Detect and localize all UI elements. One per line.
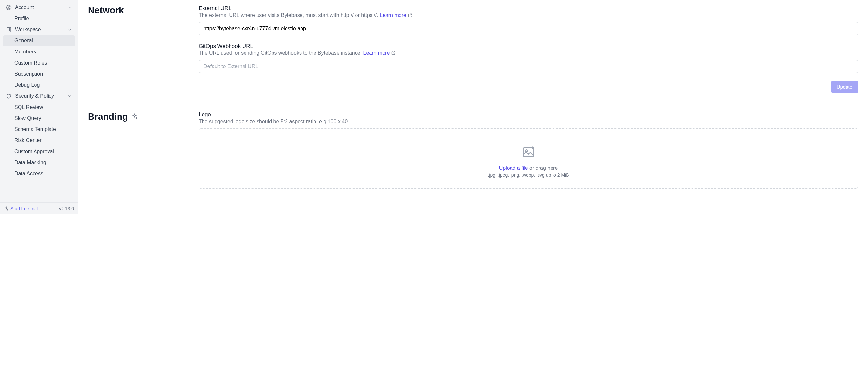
upload-instructions: Upload a file or drag here bbox=[206, 165, 851, 171]
section-body: Logo The suggested logo size should be 5… bbox=[198, 111, 858, 197]
upload-file-link[interactable]: Upload a file bbox=[499, 165, 528, 171]
svg-point-1 bbox=[8, 6, 10, 7]
sparkle-icon bbox=[4, 206, 8, 211]
gitops-label: GitOps Webhook URL bbox=[198, 43, 858, 50]
start-free-trial-link[interactable]: Start free trial bbox=[4, 206, 38, 211]
sidebar-group-workspace[interactable]: Workspace bbox=[3, 24, 75, 35]
logo-label: Logo bbox=[198, 111, 858, 118]
chevron-down-icon bbox=[67, 5, 72, 10]
sidebar-item-label: Debug Log bbox=[14, 82, 40, 88]
svg-rect-9 bbox=[523, 148, 534, 157]
sidebar-scroll[interactable]: Account Profile Workspace General Member… bbox=[0, 0, 78, 202]
button-row: Update bbox=[198, 81, 858, 93]
gitops-desc: The URL used for sending GitOps webhooks… bbox=[198, 50, 858, 56]
external-url-input[interactable] bbox=[198, 22, 858, 35]
sidebar-item-label: General bbox=[14, 38, 33, 44]
section-branding: Branding Logo The suggested logo size sh… bbox=[88, 111, 858, 208]
sidebar-group-account[interactable]: Account bbox=[3, 2, 75, 13]
sidebar-item-slow-query[interactable]: Slow Query bbox=[3, 113, 75, 124]
sidebar-item-label: Risk Center bbox=[14, 138, 42, 143]
sidebar-item-custom-approval[interactable]: Custom Approval bbox=[3, 146, 75, 157]
image-add-icon bbox=[521, 145, 535, 159]
sidebar-item-label: Data Access bbox=[14, 171, 43, 177]
sidebar-item-subscription[interactable]: Subscription bbox=[3, 68, 75, 80]
sidebar-item-label: Schema Template bbox=[14, 127, 56, 132]
sidebar-group-label: Security & Policy bbox=[15, 93, 54, 99]
sidebar-item-members[interactable]: Members bbox=[3, 46, 75, 57]
sidebar: Account Profile Workspace General Member… bbox=[0, 0, 78, 215]
external-url-label: External URL bbox=[198, 5, 858, 12]
sidebar-footer: Start free trial v2.13.0 bbox=[0, 202, 78, 215]
field-external-url: External URL The external URL where user… bbox=[198, 5, 858, 35]
sidebar-item-custom-roles[interactable]: Custom Roles bbox=[3, 57, 75, 68]
sidebar-group-label: Account bbox=[15, 5, 34, 10]
logo-desc: The suggested logo size should be 5:2 as… bbox=[198, 119, 858, 124]
field-logo: Logo The suggested logo size should be 5… bbox=[198, 111, 858, 189]
chevron-down-icon bbox=[67, 27, 72, 32]
sidebar-item-profile[interactable]: Profile bbox=[3, 13, 75, 24]
desc-text: The URL used for sending GitOps webhooks… bbox=[198, 50, 362, 56]
learn-more-text: Learn more bbox=[380, 12, 406, 18]
sidebar-item-label: Data Masking bbox=[14, 160, 46, 166]
sidebar-item-general[interactable]: General bbox=[3, 35, 75, 46]
upload-formats: .jpg, .jpeg, .png, .webp, .svg up to 2 M… bbox=[206, 172, 851, 178]
gitops-url-input[interactable] bbox=[198, 60, 858, 73]
learn-more-link[interactable]: Learn more bbox=[363, 50, 396, 56]
building-icon bbox=[6, 27, 12, 33]
branding-title-text: Branding bbox=[88, 111, 128, 122]
main-content: Network External URL The external URL wh… bbox=[78, 0, 868, 365]
sidebar-item-schema-template[interactable]: Schema Template bbox=[3, 124, 75, 135]
sidebar-item-label: Custom Approval bbox=[14, 149, 54, 155]
upload-rest-text: or drag here bbox=[528, 165, 558, 171]
desc-text: The external URL where user visits Byteb… bbox=[198, 12, 378, 18]
network-heading: Network bbox=[88, 5, 186, 16]
learn-more-text: Learn more bbox=[363, 50, 390, 56]
section-network: Network External URL The external URL wh… bbox=[88, 5, 858, 105]
field-gitops-url: GitOps Webhook URL The URL used for send… bbox=[198, 43, 858, 73]
logo-upload-zone[interactable]: Upload a file or drag here .jpg, .jpeg, … bbox=[198, 129, 858, 189]
sidebar-item-label: Subscription bbox=[14, 71, 43, 77]
sidebar-item-risk-center[interactable]: Risk Center bbox=[3, 135, 75, 146]
section-title: Network bbox=[88, 5, 186, 93]
sidebar-item-data-access[interactable]: Data Access bbox=[3, 168, 75, 179]
shield-icon bbox=[6, 93, 12, 99]
external-url-desc: The external URL where user visits Byteb… bbox=[198, 12, 858, 18]
sidebar-item-data-masking[interactable]: Data Masking bbox=[3, 157, 75, 168]
svg-rect-2 bbox=[7, 27, 11, 32]
sidebar-group-label: Workspace bbox=[15, 27, 41, 33]
sidebar-item-sql-review[interactable]: SQL Review bbox=[3, 102, 75, 113]
user-circle-icon bbox=[6, 5, 12, 10]
update-button[interactable]: Update bbox=[831, 81, 858, 93]
chevron-down-icon bbox=[67, 94, 72, 99]
sidebar-item-label: Members bbox=[14, 49, 36, 55]
sidebar-item-label: Profile bbox=[14, 16, 29, 22]
sidebar-item-label: SQL Review bbox=[14, 104, 43, 110]
sidebar-group-security-policy[interactable]: Security & Policy bbox=[3, 91, 75, 102]
sidebar-item-label: Slow Query bbox=[14, 115, 41, 121]
branding-heading: Branding bbox=[88, 111, 186, 122]
section-title: Branding bbox=[88, 111, 186, 197]
external-link-icon bbox=[391, 51, 396, 55]
section-body: External URL The external URL where user… bbox=[198, 5, 858, 93]
learn-more-link[interactable]: Learn more bbox=[380, 12, 412, 18]
trial-label: Start free trial bbox=[10, 206, 38, 211]
sparkle-icon bbox=[131, 113, 138, 120]
sidebar-item-label: Custom Roles bbox=[14, 60, 47, 66]
external-link-icon bbox=[408, 13, 412, 18]
version-label: v2.13.0 bbox=[59, 206, 74, 211]
sidebar-item-debug-log[interactable]: Debug Log bbox=[3, 80, 75, 91]
